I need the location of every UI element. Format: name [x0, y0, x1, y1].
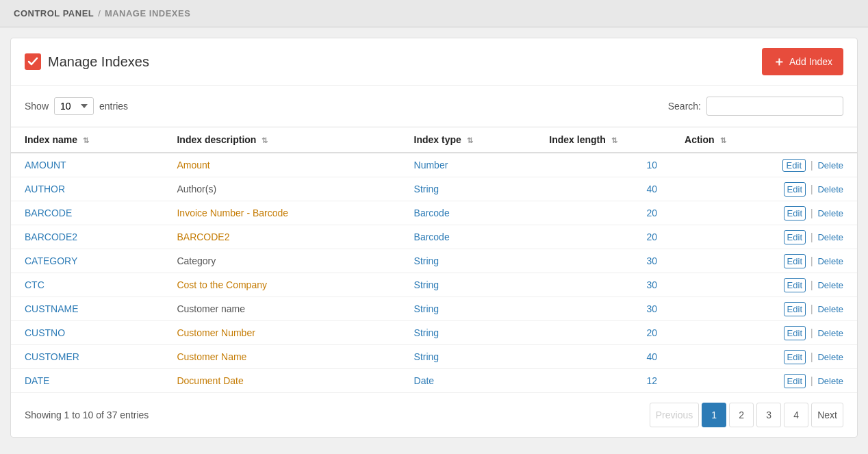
cell-action: Edit | Delete: [671, 153, 857, 177]
delete-link[interactable]: Delete: [817, 280, 843, 290]
pagination-page-1[interactable]: 1: [702, 403, 726, 427]
cell-index-length: 20: [535, 321, 671, 345]
delete-link[interactable]: Delete: [817, 256, 843, 266]
cell-index-type: Number: [400, 153, 536, 177]
cell-action: Edit | Delete: [671, 321, 857, 345]
action-separator: |: [810, 184, 816, 194]
cell-index-type: String: [400, 345, 536, 369]
cell-action: Edit | Delete: [671, 297, 857, 321]
breadcrumb-home[interactable]: CONTROL PANEL: [14, 8, 94, 18]
cell-index-name: CTC: [11, 273, 163, 297]
cell-index-type: Date: [400, 369, 536, 393]
action-separator: |: [810, 160, 816, 171]
cell-index-desc: Author(s): [163, 177, 400, 201]
cell-index-length: 20: [535, 225, 671, 249]
table-footer: Showing 1 to 10 of 37 entries Previous 1…: [11, 393, 857, 437]
edit-link[interactable]: Edit: [784, 182, 806, 197]
sort-icon-action: ⇅: [720, 136, 726, 145]
pagination-next[interactable]: Next: [811, 403, 843, 427]
delete-link[interactable]: Delete: [817, 160, 843, 171]
cell-index-length: 40: [535, 345, 671, 369]
search-area: Search:: [668, 97, 843, 116]
edit-link[interactable]: Edit: [784, 206, 806, 220]
col-header-index-length[interactable]: Index length ⇅: [535, 127, 671, 153]
search-label: Search:: [668, 101, 701, 112]
table-header-row: Index name ⇅ Index description ⇅ Index t…: [11, 127, 857, 153]
delete-link[interactable]: Delete: [817, 376, 843, 386]
pagination-page-3[interactable]: 3: [756, 403, 781, 427]
entries-select[interactable]: 10 25 50 100: [54, 97, 94, 115]
delete-link[interactable]: Delete: [817, 232, 843, 242]
main-panel: Manage Indexes ＋ Add Index Show 10 25 50…: [10, 38, 858, 438]
edit-link[interactable]: Edit: [784, 374, 806, 388]
edit-link[interactable]: Edit: [784, 326, 806, 340]
cell-index-desc: Document Date: [163, 369, 400, 393]
edit-link[interactable]: Edit: [784, 254, 806, 268]
delete-link[interactable]: Delete: [817, 184, 843, 194]
cell-index-type: String: [400, 249, 536, 273]
cell-action: Edit | Delete: [671, 225, 857, 249]
panel-title-text: Manage Indexes: [48, 54, 149, 70]
cell-index-name: CUSTNAME: [11, 297, 163, 321]
col-header-index-type[interactable]: Index type ⇅: [400, 127, 536, 153]
breadcrumb: CONTROL PANEL / MANAGE INDEXES: [0, 0, 868, 27]
cell-action: Edit | Delete: [671, 273, 857, 297]
pagination-page-4[interactable]: 4: [784, 403, 808, 427]
col-header-action[interactable]: Action ⇅: [671, 127, 857, 153]
action-separator: |: [810, 351, 816, 362]
cell-index-desc: Invoice Number - Barcode: [163, 201, 400, 225]
breadcrumb-separator: /: [98, 8, 101, 18]
panel-header: Manage Indexes ＋ Add Index: [11, 38, 857, 86]
panel-title: Manage Indexes: [25, 53, 149, 70]
table-row: CUSTNAME Customer name String 30 Edit | …: [11, 297, 857, 321]
edit-link[interactable]: Edit: [784, 278, 806, 292]
cell-index-length: 40: [535, 177, 671, 201]
cell-index-desc: Customer Number: [163, 321, 400, 345]
cell-index-length: 20: [535, 201, 671, 225]
delete-link[interactable]: Delete: [817, 352, 843, 362]
add-index-button[interactable]: ＋ Add Index: [762, 48, 843, 75]
action-separator: |: [810, 279, 816, 290]
sort-icon-type: ⇅: [467, 136, 473, 145]
cell-index-name: CUSTOMER: [11, 345, 163, 369]
cell-index-name: BARCODE2: [11, 225, 163, 249]
cell-index-desc: Customer name: [163, 297, 400, 321]
sort-icon-length: ⇅: [611, 136, 617, 145]
table-row: CUSTOMER Customer Name String 40 Edit | …: [11, 345, 857, 369]
action-separator: |: [810, 255, 816, 266]
action-separator: |: [810, 207, 816, 218]
pagination-previous[interactable]: Previous: [650, 403, 699, 427]
manage-indexes-icon: [25, 53, 41, 70]
cell-index-desc: Amount: [163, 153, 400, 177]
edit-link[interactable]: Edit: [782, 159, 806, 172]
search-input[interactable]: [706, 97, 843, 116]
pagination: Previous 1 2 3 4 Next: [650, 403, 843, 427]
cell-index-name: BARCODE: [11, 201, 163, 225]
cell-index-type: Barcode: [400, 225, 536, 249]
cell-index-desc: Customer Name: [163, 345, 400, 369]
col-header-index-desc[interactable]: Index description ⇅: [163, 127, 400, 153]
cell-index-type: String: [400, 297, 536, 321]
table-row: BARCODE Invoice Number - Barcode Barcode…: [11, 201, 857, 225]
table-controls: Show 10 25 50 100 entries Search:: [11, 86, 857, 127]
cell-action: Edit | Delete: [671, 345, 857, 369]
col-header-index-name[interactable]: Index name ⇅: [11, 127, 163, 153]
action-separator: |: [810, 303, 816, 314]
delete-link[interactable]: Delete: [817, 304, 843, 314]
edit-link[interactable]: Edit: [784, 230, 806, 244]
cell-index-type: String: [400, 177, 536, 201]
breadcrumb-current: MANAGE INDEXES: [105, 8, 190, 18]
delete-link[interactable]: Delete: [817, 208, 843, 218]
sort-icon-name: ⇅: [83, 136, 89, 145]
edit-link[interactable]: Edit: [784, 350, 806, 364]
cell-index-desc: BARCODE2: [163, 225, 400, 249]
delete-link[interactable]: Delete: [817, 328, 843, 338]
action-separator: |: [810, 231, 816, 242]
add-index-button-label: Add Index: [789, 56, 832, 67]
action-separator: |: [810, 327, 816, 338]
cell-index-type: String: [400, 321, 536, 345]
pagination-page-2[interactable]: 2: [729, 403, 754, 427]
indexes-table: Index name ⇅ Index description ⇅ Index t…: [11, 127, 857, 393]
edit-link[interactable]: Edit: [784, 302, 806, 316]
cell-index-name: CUSTNO: [11, 321, 163, 345]
